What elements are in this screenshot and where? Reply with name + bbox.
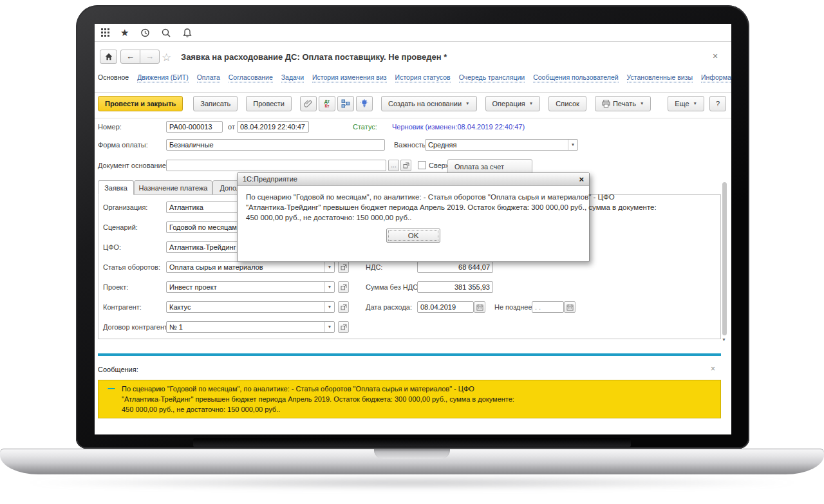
importance-label: Важность: <box>394 141 427 149</box>
chevron-down-icon[interactable]: ▼ <box>324 282 334 292</box>
postings-dt-kt-button[interactable]: ДтКт <box>319 96 335 111</box>
dialog-titlebar[interactable]: 1С:Предприятие × <box>238 173 589 186</box>
laptop-hinge <box>193 438 631 447</box>
back-button[interactable]: ← <box>120 50 140 64</box>
vat-input[interactable]: 68 644,07 <box>417 261 493 273</box>
chevron-down-icon: ▼ <box>529 97 533 111</box>
nav-item-zadachi[interactable]: Задачи <box>281 73 304 82</box>
base-document-label: Документ основание: <box>98 162 168 169</box>
nav-item-ochered[interactable]: Очередь трансляции <box>459 73 525 82</box>
top-toolbar: ★ <box>95 24 731 42</box>
search-icon[interactable] <box>161 28 171 38</box>
chevron-down-icon[interactable]: ▼ <box>568 140 577 150</box>
chevron-down-icon: ▼ <box>640 97 644 111</box>
project-select[interactable]: Инвест проект▼ <box>166 281 335 293</box>
menu-grid-icon[interactable] <box>101 28 109 37</box>
forward-button[interactable]: → <box>140 50 160 64</box>
chevron-down-icon[interactable]: ▼ <box>324 302 334 312</box>
counterparty-label: Контрагент: <box>103 303 142 311</box>
post-label: Провести <box>253 97 285 111</box>
calendar-icon <box>566 304 574 311</box>
status-label: Статус: <box>353 123 377 131</box>
chevron-down-icon[interactable]: ▼ <box>324 262 334 272</box>
dialog-close-icon[interactable]: × <box>579 173 584 185</box>
ellipsis-icon: ... <box>391 162 396 169</box>
message-dash-icon: — <box>108 384 115 392</box>
not-later-input[interactable]: . . <box>532 301 564 313</box>
payment-form-input[interactable]: Безналичные <box>166 139 385 151</box>
importance-select[interactable]: Средняя ▼ <box>425 139 578 151</box>
favorite-star-outline-icon[interactable]: ☆ <box>162 51 171 64</box>
payment-form-label: Форма оплаты: <box>98 141 148 149</box>
dialog-line-2: "Атлантика-Трейдинг" превышен бюджет пер… <box>246 202 581 212</box>
counterparty-select[interactable]: Кактус▼ <box>166 301 335 313</box>
document-structure-button[interactable] <box>337 96 354 111</box>
date-input[interactable]: 08.04.2019 22:40:47 <box>237 121 309 133</box>
number-input[interactable]: РА00-000013 <box>166 121 223 133</box>
panel-splitter[interactable] <box>98 353 721 356</box>
turnover-item-open-button[interactable] <box>338 261 349 273</box>
organization-value: Атлантика <box>169 203 203 211</box>
notifications-bell-icon[interactable] <box>182 28 192 38</box>
create-based-on-button[interactable]: Создать на основании▼ <box>381 96 477 111</box>
post-and-close-button[interactable]: Провести и закрыть <box>98 96 183 111</box>
scenario-label: Сценарий: <box>103 223 138 231</box>
warning-message-text: По сценарию "Годовой по месяцам", по ана… <box>122 384 514 415</box>
operation-button[interactable]: Операция▼ <box>485 96 541 111</box>
nav-item-soglasovanie[interactable]: Согласование <box>229 73 273 82</box>
base-document-choose-button[interactable]: ... <box>388 160 399 171</box>
attachments-button[interactable] <box>300 96 317 111</box>
home-button[interactable] <box>100 50 117 64</box>
organization-label: Организация: <box>103 203 147 211</box>
contract-select[interactable]: № 1▼ <box>166 321 335 333</box>
separator <box>95 118 731 118</box>
contract-open-button[interactable] <box>338 321 349 333</box>
list-button[interactable]: Список <box>548 96 586 111</box>
base-document-open-button[interactable] <box>400 160 411 171</box>
history-icon[interactable] <box>140 28 150 38</box>
nav-item-istoriya-statusov[interactable]: История статусов <box>395 73 451 82</box>
save-button[interactable]: Записать <box>193 96 238 111</box>
over-budget-checkbox[interactable] <box>418 161 426 169</box>
base-document-input[interactable] <box>166 160 386 171</box>
help-label: ? <box>716 97 720 111</box>
scrollbar-down-icon[interactable]: ▼ <box>722 337 726 342</box>
project-open-button[interactable] <box>338 281 349 293</box>
chevron-down-icon[interactable]: ▼ <box>324 322 334 332</box>
nav-item-osnovnoe[interactable]: Основное <box>98 73 129 82</box>
not-later-calendar-button[interactable] <box>564 301 576 313</box>
nav-item-istoriya-viz[interactable]: История изменения виз <box>312 73 387 82</box>
print-button[interactable]: Печать▼ <box>595 96 651 111</box>
messages-close-icon[interactable]: × <box>711 364 715 373</box>
more-button[interactable]: Еще▼ <box>668 96 704 111</box>
window-close-icon[interactable]: × <box>713 51 718 61</box>
print-label: Печать <box>613 97 636 111</box>
separator <box>95 92 731 93</box>
nav-item-vizy[interactable]: Установленные визы <box>627 73 693 82</box>
ok-button[interactable]: OK <box>386 229 440 243</box>
counterparty-open-button[interactable] <box>338 301 349 313</box>
nav-item-dvizheniya[interactable]: Движения (БИТ) <box>137 73 189 82</box>
vertical-scrollbar[interactable] <box>722 182 727 335</box>
laptop-notch <box>374 449 450 459</box>
payment-by-account-label: Оплата за счет <box>454 160 504 174</box>
hint-lamp-button[interactable] <box>356 96 373 111</box>
project-value: Инвест проект <box>169 283 217 291</box>
not-later-label: Не позднее: <box>494 303 534 311</box>
status-link[interactable]: Черновик (изменен:08.04.2019 22:40:47) <box>392 123 525 131</box>
contract-value: № 1 <box>169 323 183 331</box>
tab-zayavka[interactable]: Заявка <box>98 180 134 195</box>
nav-item-informaciya[interactable]: Информация <box>701 73 731 82</box>
post-button[interactable]: Провести <box>246 96 292 111</box>
help-button[interactable]: ? <box>709 96 726 111</box>
expense-date-input[interactable]: 08.04.2019 <box>417 301 474 313</box>
expense-date-calendar-button[interactable] <box>474 301 485 313</box>
contract-label: Договор контрагента: <box>103 323 173 331</box>
nav-item-oplata[interactable]: Оплата <box>197 73 220 82</box>
amount-wo-vat-input[interactable]: 381 355,93 <box>417 281 493 293</box>
nav-item-soobshcheniya[interactable]: Сообщения пользователей <box>533 73 618 82</box>
turnover-item-select[interactable]: Оплата сырья и материалов▼ <box>166 261 335 273</box>
favorites-star-icon[interactable]: ★ <box>120 28 129 37</box>
save-label: Записать <box>200 97 230 111</box>
tab-naznachenie-platezha[interactable]: Назначение платежа <box>134 180 212 195</box>
